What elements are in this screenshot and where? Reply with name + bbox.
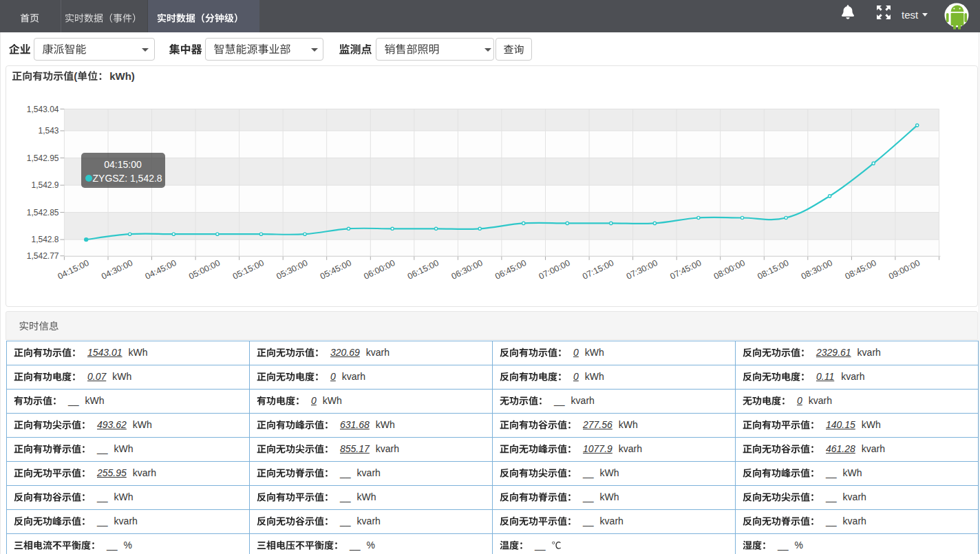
svg-text:05:15:00: 05:15:00: [231, 258, 266, 281]
svg-text:kWh): kWh): [109, 70, 135, 82]
svg-text:04:30:00: 04:30:00: [100, 258, 134, 281]
svg-text:06:00:00: 06:00:00: [363, 258, 397, 281]
svg-text:08:30:00: 08:30:00: [800, 258, 834, 281]
svg-text:1,542.77: 1,542.77: [27, 251, 59, 261]
svg-text:1,542.85: 1,542.85: [27, 208, 59, 217]
svg-text:04:45:00: 04:45:00: [144, 258, 178, 281]
svg-text:08:00:00: 08:00:00: [712, 258, 747, 281]
svg-text:07:15:00: 07:15:00: [581, 258, 615, 281]
svg-text:09:00:00: 09:00:00: [887, 258, 922, 281]
svg-text:1,543: 1,543: [38, 126, 58, 136]
svg-text:07:00:00: 07:00:00: [537, 258, 572, 281]
svg-text:07:30:00: 07:30:00: [625, 258, 659, 281]
svg-text:1,542.95: 1,542.95: [27, 153, 59, 163]
svg-text:(: (: [74, 70, 77, 82]
svg-text:05:00:00: 05:00:00: [187, 258, 222, 281]
svg-text:06:30:00: 06:30:00: [450, 258, 484, 281]
svg-text:08:15:00: 08:15:00: [756, 258, 791, 281]
svg-text:05:45:00: 05:45:00: [319, 258, 353, 281]
svg-text:1,542.9: 1,542.9: [31, 180, 58, 190]
svg-text:08:45:00: 08:45:00: [844, 258, 878, 281]
svg-text:05:30:00: 05:30:00: [275, 258, 309, 281]
svg-text:1,542.8: 1,542.8: [31, 235, 58, 244]
svg-text:04:15:00: 04:15:00: [56, 258, 91, 281]
svg-text:06:15:00: 06:15:00: [406, 258, 440, 281]
svg-text:06:45:00: 06:45:00: [493, 258, 528, 281]
svg-text:1,543.04: 1,543.04: [27, 105, 59, 114]
svg-text:07:45:00: 07:45:00: [668, 258, 703, 281]
